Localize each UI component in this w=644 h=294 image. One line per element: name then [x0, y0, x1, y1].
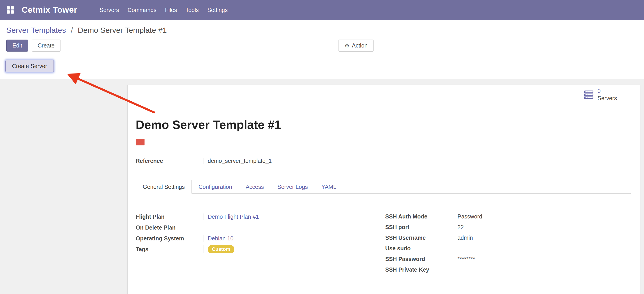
apps-menu-icon[interactable]: [7, 6, 14, 14]
menu-servers[interactable]: Servers: [95, 0, 123, 20]
right-field-group: SSH Auth Mode Password SSH port 22 SSH U…: [385, 211, 539, 275]
field-value-ssh-auth-mode: Password: [453, 213, 539, 220]
field-label-ssh-port: SSH port: [385, 224, 453, 230]
tag-badge-custom: Custom: [208, 245, 234, 253]
stat-label: Servers: [598, 95, 617, 102]
edit-button[interactable]: Edit: [6, 40, 28, 52]
reference-label: Reference: [136, 158, 203, 164]
main-menu: Servers Commands Files Tools Settings: [95, 0, 232, 20]
record-title: Demo Server Template #1: [136, 118, 631, 132]
breadcrumb-parent-link[interactable]: Server Templates: [6, 26, 66, 34]
content-area: 0 Servers Demo Server Template #1 Refere…: [0, 79, 644, 294]
stat-text: 0 Servers: [598, 87, 617, 102]
servers-stat-button[interactable]: 0 Servers: [578, 85, 640, 104]
field-value-tags: Custom: [203, 245, 298, 253]
create-server-button[interactable]: Create Server: [6, 60, 54, 72]
reference-field-row: Reference demo_server_template_1: [136, 158, 631, 164]
tab-configuration[interactable]: Configuration: [192, 180, 239, 194]
field-label-ssh-password: SSH Password: [385, 256, 453, 262]
tab-server-logs[interactable]: Server Logs: [271, 180, 315, 194]
menu-commands[interactable]: Commands: [123, 0, 161, 20]
menu-settings[interactable]: Settings: [203, 0, 232, 20]
notebook-tabs: General Settings Configuration Access Se…: [136, 180, 631, 194]
action-button[interactable]: ⚙ Action: [338, 40, 374, 52]
operating-system-link[interactable]: Debian 10: [208, 235, 234, 241]
general-settings-fields: Flight Plan Demo Flight Plan #1 On Delet…: [136, 211, 631, 275]
servers-icon: [584, 90, 594, 99]
form-statusbar: Create Server: [0, 60, 644, 79]
left-field-group: Flight Plan Demo Flight Plan #1 On Delet…: [136, 211, 385, 275]
color-swatch: [136, 139, 144, 145]
reference-value: demo_server_template_1: [203, 158, 631, 164]
breadcrumb: Server Templates / Demo Server Template …: [0, 20, 644, 35]
field-value-ssh-username: admin: [453, 234, 539, 241]
field-label-ssh-username: SSH Username: [385, 234, 453, 241]
field-value-flight-plan: Demo Flight Plan #1: [203, 214, 298, 220]
flight-plan-link[interactable]: Demo Flight Plan #1: [208, 214, 259, 220]
tab-general-settings[interactable]: General Settings: [136, 180, 192, 194]
field-value-ssh-port: 22: [453, 224, 539, 230]
tab-access[interactable]: Access: [239, 180, 271, 194]
gear-icon: ⚙: [344, 43, 350, 49]
breadcrumb-separator: /: [71, 26, 73, 34]
create-button[interactable]: Create: [32, 40, 61, 52]
menu-files[interactable]: Files: [161, 0, 181, 20]
action-button-label: Action: [352, 42, 368, 49]
field-label-ssh-auth-mode: SSH Auth Mode: [385, 213, 453, 220]
field-label-operating-system: Operating System: [136, 235, 203, 242]
app-brand[interactable]: Cetmix Tower: [22, 5, 77, 15]
field-label-flight-plan: Flight Plan: [136, 214, 203, 220]
field-value-operating-system: Debian 10: [203, 235, 298, 242]
tab-yaml[interactable]: YAML: [314, 180, 343, 194]
button-box-row: 0 Servers: [128, 85, 640, 104]
field-label-on-delete-plan: On Delete Plan: [136, 224, 203, 231]
top-navbar: Cetmix Tower Servers Commands Files Tool…: [0, 0, 644, 20]
breadcrumb-current: Demo Server Template #1: [78, 26, 167, 34]
field-value-ssh-password: ********: [453, 256, 539, 262]
sheet-body: Demo Server Template #1 Reference demo_s…: [128, 118, 640, 275]
menu-tools[interactable]: Tools: [181, 0, 203, 20]
control-button-row: Edit Create ⚙ Action: [0, 40, 644, 53]
field-label-use-sudo: Use sudo: [385, 245, 453, 252]
field-label-ssh-private-key: SSH Private Key: [385, 266, 453, 273]
field-label-tags: Tags: [136, 246, 203, 253]
form-sheet: 0 Servers Demo Server Template #1 Refere…: [127, 85, 640, 294]
stat-value: 0: [598, 87, 617, 94]
